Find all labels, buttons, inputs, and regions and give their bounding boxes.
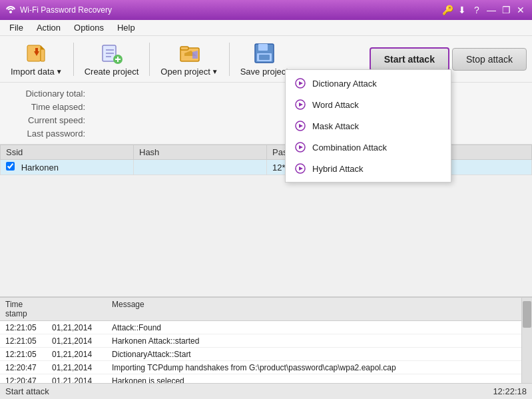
toolbar: Import data ▼ Create project [0,36,532,83]
open-project-label: Open project [160,67,210,77]
time-elapsed-label: Time elapsed: [11,102,91,112]
svg-rect-5 [35,48,38,53]
log-date: 01,21,2014 [47,350,107,359]
log-col-date [47,298,107,320]
scrollbar[interactable] [521,298,532,383]
svg-marker-2 [41,45,45,49]
download-icon: ⬇ [456,4,468,16]
dropdown-hybrid-attack-label: Hybrid Attack [312,164,364,174]
log-date: 01,21,2014 [47,336,107,346]
log-date: 01,21,2014 [47,376,107,384]
create-project-label: Create project [85,67,139,77]
import-icon [25,41,49,65]
menu-file[interactable]: File [3,21,30,34]
save-project-icon [252,41,276,65]
log-header: Time stamp Message [0,298,532,321]
close-button[interactable]: ✕ [515,4,527,16]
dropdown-word-attack[interactable]: Word Attack [286,94,451,115]
col-hash: Hash [134,145,267,160]
create-project-button[interactable]: Create project [79,39,144,79]
help-icon: ? [471,4,483,16]
import-data-button[interactable]: Import data ▼ [5,39,68,79]
separator-3 [229,43,230,76]
menu-help[interactable]: Help [111,21,142,34]
table-row[interactable]: Harkonen 12****** [1,160,532,175]
svg-marker-16 [192,51,198,59]
import-data-label: Import data [11,67,55,77]
status-bar: Start attack 12:22:18 [0,383,532,399]
open-project-icon [178,41,202,65]
data-table: Ssid Hash Pass Comment Harkonen 12****** [0,145,532,175]
menu-bar: File Action Options Help [0,20,532,36]
dropdown-hybrid-attack[interactable]: Hybrid Attack [286,158,451,179]
log-col-message: Message [107,298,532,320]
play-icon-2 [294,98,307,111]
menu-action[interactable]: Action [30,21,67,34]
dropdown-dictionary-attack[interactable]: Dictionary Attack [286,73,451,94]
dict-total-label: Dictionary total: [11,89,91,99]
log-date: 01,21,2014 [47,363,107,372]
info-panel: Dictionary total: Time elapsed: Current … [0,83,532,145]
dropdown-word-attack-label: Word Attack [312,100,359,110]
log-time: 12:21:05 [0,336,47,346]
create-project-icon [100,41,124,65]
attack-buttons: Start attack Stop attack [370,47,527,71]
log-row: 12:21:05 01,21,2014 Attack::Found [0,321,532,334]
dropdown-dict-attack-label: Dictionary Attack [312,79,377,89]
log-row: 12:20:47 01,21,2014 Importing TCPdump ha… [0,361,532,374]
main-table-area: Ssid Hash Pass Comment Harkonen 12****** [0,145,532,175]
title-bar: Wi-Fi Password Recovery 🔑 ⬇ ? — ❐ ✕ [0,0,532,20]
save-project-label: Save project [240,67,288,77]
minimize-button[interactable]: — [485,4,497,16]
open-project-button[interactable]: Open project ▼ [155,39,223,79]
row-checkbox[interactable] [6,162,15,171]
svg-rect-3 [41,49,45,61]
svg-rect-18 [258,44,268,51]
svg-marker-28 [299,145,303,149]
scrollbar-thumb[interactable] [523,301,531,328]
log-row: 12:21:05 01,21,2014 DictionaryAttack::St… [0,348,532,361]
log-row: 12:21:05 01,21,2014 Harkonen Attack::sta… [0,334,532,348]
dropdown-combination-attack[interactable]: Combination Attack [286,137,451,158]
svg-marker-24 [299,103,303,107]
log-panel: Time stamp Message 12:21:05 01,21,2014 A… [0,296,532,383]
svg-rect-20 [259,55,270,60]
dropdown-mask-attack[interactable]: Mask Attack [286,115,451,137]
import-arrow-icon[interactable]: ▼ [56,68,63,75]
log-col-timestamp: Time stamp [0,298,47,320]
status-left: Start attack [5,386,49,396]
col-ssid: Ssid [1,145,134,160]
attack-dropdown: Dictionary Attack Word Attack Mask Attac… [285,69,451,183]
log-date: 01,21,2014 [47,323,107,332]
menu-options[interactable]: Options [67,21,111,34]
log-time: 12:20:47 [0,363,47,372]
status-time: 12:22:18 [493,386,527,396]
ssid-value: Harkonen [21,163,59,173]
open-arrow-icon[interactable]: ▼ [212,68,218,75]
stop-attack-button[interactable]: Stop attack [452,48,527,71]
svg-marker-22 [299,81,303,85]
start-attack-button[interactable]: Start attack [370,47,449,71]
log-message: DictionaryAttack::Start [107,350,532,359]
ssid-cell: Harkonen [1,160,134,175]
log-message: Harkonen is seleced [107,376,532,384]
svg-rect-1 [27,45,41,61]
log-time: 12:21:05 [0,350,47,359]
last-password-label: Last password: [11,129,91,139]
log-message: Importing TCPdump handshakes from G:\pro… [107,363,532,372]
play-icon-4 [294,141,307,154]
restore-button[interactable]: ❐ [500,4,512,16]
separator-1 [73,43,74,76]
app-title: Wi-Fi Password Recovery [20,5,441,15]
play-icon-5 [294,162,307,175]
log-time: 12:20:47 [0,376,47,384]
key-icon: 🔑 [441,4,453,16]
dropdown-mask-attack-label: Mask Attack [312,121,359,131]
log-message: Harkonen Attack::started [107,336,532,346]
window-controls: 🔑 ⬇ ? — ❐ ✕ [441,4,527,16]
separator-2 [149,43,150,76]
svg-point-0 [9,11,12,13]
log-rows: 12:21:05 01,21,2014 Attack::Found 12:21:… [0,321,532,383]
hash-cell [134,160,267,175]
svg-rect-14 [180,47,188,50]
